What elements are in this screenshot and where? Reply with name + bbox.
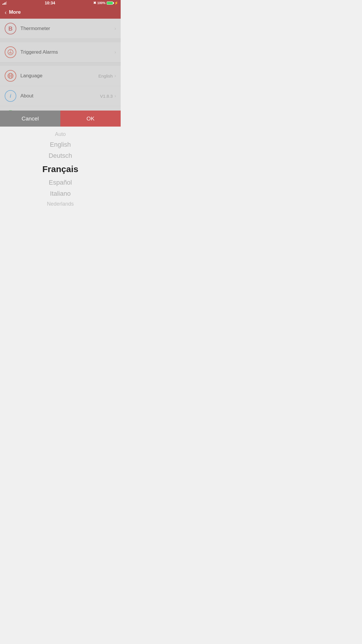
ok-button[interactable]: OK: [60, 111, 121, 127]
picker-wheel: Auto English Deutsch Français Español It…: [0, 127, 121, 215]
menu-item-triggered-alarms[interactable]: Triggered Alarms ›: [0, 42, 121, 62]
triggered-alarms-chevron-icon: ›: [115, 50, 116, 55]
menu-item-language[interactable]: Language English ›: [0, 66, 121, 86]
picker-item-espanol[interactable]: Español: [0, 177, 121, 188]
gap-2: [0, 62, 121, 66]
about-icon: i: [5, 90, 16, 102]
alarm-icon: [5, 46, 16, 58]
picker-item-deutsch[interactable]: Deutsch: [0, 150, 121, 161]
about-version: V1.8.3: [100, 94, 113, 99]
battery-percent: 100%: [97, 1, 106, 5]
header-title: More: [9, 9, 21, 15]
picker-item-english[interactable]: English: [0, 139, 121, 150]
bar2: [3, 3, 4, 5]
thermometer-chevron-icon: ›: [115, 26, 116, 31]
battery-fill: [107, 2, 113, 4]
bar1: [2, 4, 3, 5]
bar3: [5, 2, 6, 5]
back-button[interactable]: ‹: [5, 9, 7, 16]
language-value: English: [98, 74, 113, 78]
menu-item-about[interactable]: i About V1.8.3 ›: [0, 86, 121, 106]
picker-item-auto[interactable]: Auto: [0, 130, 121, 139]
picker-item-nederlands[interactable]: Nederlands: [0, 199, 121, 209]
language-label: Language: [20, 73, 98, 79]
status-bar: 10:34 ✖ 100% ⚡: [0, 0, 121, 6]
bluetooth-icon: ✖: [93, 1, 96, 5]
picker-item-francais[interactable]: Français: [0, 161, 121, 177]
signal-area: [2, 1, 7, 5]
about-chevron-icon: ›: [115, 93, 116, 99]
signal-bars: [2, 1, 7, 5]
gap-1: [0, 39, 121, 42]
language-chevron-icon: ›: [115, 73, 116, 78]
back-chevron-icon: ‹: [5, 9, 7, 16]
status-time: 10:34: [45, 1, 55, 5]
menu-list: B Thermometer › Triggered Alarms ›: [0, 19, 121, 126]
battery-icon: [107, 1, 113, 5]
triggered-alarms-label: Triggered Alarms: [20, 49, 115, 55]
menu-item-thermometer[interactable]: B Thermometer ›: [0, 19, 121, 39]
picker-item-italiano[interactable]: Italiano: [0, 188, 121, 199]
dialog-container: Cancel OK Auto English Deutsch Français …: [0, 111, 121, 215]
header: ‹ More: [0, 6, 121, 19]
language-icon: [5, 70, 16, 82]
bar4: [6, 1, 7, 5]
thermometer-label: Thermometer: [20, 26, 115, 32]
about-label: About: [20, 93, 100, 99]
thermometer-icon: B: [5, 23, 16, 34]
dialog-buttons: Cancel OK: [0, 111, 121, 127]
status-right: ✖ 100% ⚡: [93, 1, 118, 5]
cancel-button[interactable]: Cancel: [0, 111, 60, 127]
charging-icon: ⚡: [114, 1, 118, 5]
